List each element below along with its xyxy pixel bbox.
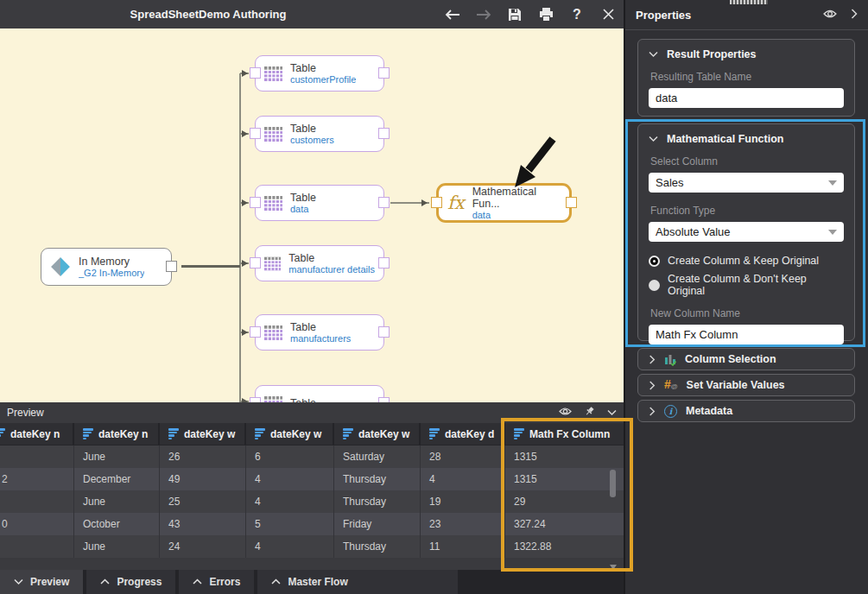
radio-keep-original[interactable]: Create Column & Keep Original (649, 255, 844, 267)
eye-icon[interactable] (823, 9, 837, 22)
authoring-titlebar: SpreadSheetDemo Authoring ? (0, 0, 624, 28)
table-cell: 4 (246, 468, 334, 490)
output-port[interactable] (378, 257, 390, 269)
chevron-down-icon (649, 51, 658, 58)
radio-dont-keep-original[interactable]: Create Column & Don't Keep Original (649, 273, 844, 297)
node-subtitle: data (472, 210, 561, 221)
column-header[interactable]: dateKey w (246, 423, 334, 445)
resulting-table-name-label: Resulting Table Name (650, 71, 844, 83)
node-subtitle: manufacturers (290, 333, 351, 344)
section-result-properties: Result Properties Resulting Table Name (637, 39, 855, 117)
eye-icon[interactable] (559, 407, 572, 419)
table-grid-icon (264, 256, 281, 271)
print-icon[interactable] (537, 5, 554, 24)
flow-canvas[interactable]: In Memory _G2 In-Memory Table customerPr… (0, 28, 624, 402)
node-table-data[interactable]: Table data (255, 185, 384, 221)
pin-icon[interactable] (584, 406, 595, 420)
node-table-partial[interactable]: Table (255, 385, 384, 402)
sort-bars-icon (343, 428, 353, 439)
table-cell: June (74, 535, 160, 558)
output-port[interactable] (378, 128, 390, 139)
node-table-manufacturers[interactable]: Table manufacturers (255, 314, 384, 351)
preview-panel-header: Preview (0, 402, 624, 423)
select-column-label: Select Column (650, 155, 844, 167)
section-header-result-properties[interactable]: Result Properties (649, 47, 844, 64)
connector-arrowhead (242, 329, 248, 336)
column-header[interactable]: dateKey w (334, 423, 421, 445)
output-port[interactable] (566, 197, 577, 208)
table-row: June 24 4 Thursday 11 1322.88 (0, 535, 624, 558)
output-port[interactable] (378, 197, 390, 208)
node-table-manufacturer-details[interactable]: Table manufacturer details... (255, 245, 384, 281)
column-header[interactable]: dateKey n (74, 423, 160, 445)
function-type-dropdown[interactable]: Absolute Value (649, 222, 844, 242)
sort-bars-icon (168, 428, 179, 439)
output-port[interactable] (378, 326, 390, 338)
tab-preview[interactable]: Preview (0, 570, 83, 594)
select-column-dropdown[interactable]: Sales (649, 173, 844, 193)
node-table-customers[interactable]: Table customers (255, 116, 384, 152)
section-header-mathematical-function[interactable]: Mathematical Function (649, 131, 844, 148)
table-grid-icon (264, 325, 282, 340)
radio-selected-icon (649, 256, 660, 267)
save-icon[interactable] (506, 5, 523, 24)
preview-table: dateKey n dateKey n dateKey w dateKey w … (0, 423, 624, 558)
vertical-scrollbar-thumb[interactable] (610, 470, 616, 497)
table-grid-icon (264, 66, 282, 81)
input-port[interactable] (431, 197, 442, 208)
section-metadata[interactable]: i Metadata (637, 400, 855, 422)
table-cell: 6 (246, 446, 334, 468)
output-port[interactable] (378, 67, 390, 79)
node-subtitle: customers (290, 135, 334, 146)
connector-line (181, 265, 240, 268)
table-cell: 0 (0, 513, 74, 535)
input-port[interactable] (250, 257, 261, 269)
node-table-customerProfile[interactable]: Table customerProfile (255, 55, 384, 92)
chevron-up-icon (193, 578, 202, 585)
table-cell: 24 (160, 535, 246, 558)
input-port[interactable] (250, 326, 261, 338)
close-icon[interactable] (599, 5, 617, 24)
column-selection-icon (664, 353, 676, 366)
connector-arrowhead (242, 260, 248, 267)
back-arrow-icon[interactable] (444, 5, 461, 24)
tab-errors[interactable]: Errors (179, 570, 254, 594)
new-column-name-input[interactable] (649, 325, 844, 344)
column-header[interactable]: dateKey w (160, 423, 246, 445)
table-cell: June (74, 490, 160, 513)
chevron-down-icon (14, 578, 23, 585)
node-subtitle: data (290, 204, 316, 215)
table-cell: 26 (160, 446, 246, 468)
column-header[interactable]: dateKey n (0, 423, 74, 445)
section-set-variable-values[interactable]: #@ Set Variable Values (637, 374, 855, 396)
annotation-arrow (494, 134, 563, 203)
section-column-selection[interactable]: Column Selection (637, 348, 855, 370)
table-grid-icon (264, 396, 282, 403)
forward-arrow-icon[interactable] (475, 5, 492, 24)
chevron-right-icon (649, 407, 656, 416)
chevron-down-icon[interactable] (607, 407, 617, 419)
input-port[interactable] (250, 197, 261, 208)
table-cell: Saturday (334, 446, 421, 468)
tab-master-flow[interactable]: Master Flow (257, 570, 458, 594)
column-header[interactable]: dateKey d (421, 423, 505, 445)
column-header-math-fx[interactable]: Math Fx Column (505, 423, 624, 445)
resulting-table-name-input[interactable] (649, 88, 844, 108)
tab-progress[interactable]: Progress (86, 570, 175, 594)
output-port[interactable] (166, 261, 177, 272)
chevron-right-icon[interactable] (851, 9, 858, 22)
chevron-down-icon (828, 230, 837, 235)
input-port[interactable] (250, 67, 261, 79)
node-title: Table (290, 192, 316, 204)
panel-divider (624, 0, 625, 594)
chevron-down-icon (649, 136, 658, 142)
table-cell (0, 490, 74, 513)
table-cell: 23 (421, 513, 505, 535)
table-cell: 11 (421, 535, 505, 558)
node-in-memory[interactable]: In Memory _G2 In-Memory (41, 248, 172, 286)
help-icon[interactable]: ? (568, 5, 586, 24)
radio-unselected-icon (649, 280, 660, 291)
input-port[interactable] (250, 128, 261, 139)
sort-bars-icon (0, 428, 5, 439)
table-grid-icon (264, 196, 282, 211)
